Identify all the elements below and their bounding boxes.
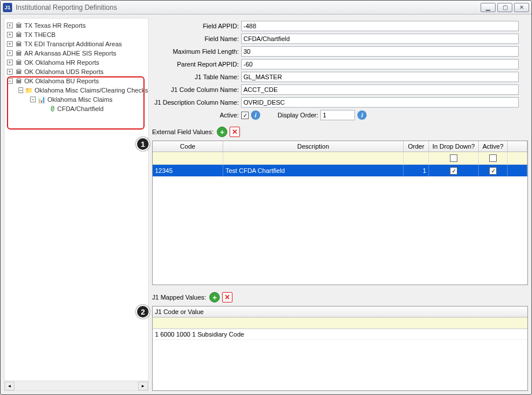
tree-label: TX THECB: [24, 31, 56, 38]
tree-label: OK Oklahoma UDS Reports: [24, 68, 104, 75]
tree-label: AR Arkansas ADHE SIS Reports: [24, 50, 116, 57]
col-spacer: [508, 141, 527, 152]
tree-item[interactable]: −🏛OK Oklahoma BU Reports: [5, 76, 148, 86]
tree-pane: +🏛TX Texas HR Reports +🏛TX THECB +🏛TX ED…: [4, 18, 149, 391]
delete-mapped-value-button[interactable]: ✕: [222, 292, 232, 302]
close-button[interactable]: ✕: [514, 3, 529, 12]
field-appid-label: Field APPID:: [152, 23, 241, 29]
expand-icon[interactable]: +: [7, 50, 13, 56]
app-window: J1 Institutional Reporting Definitions ▁…: [0, 0, 532, 395]
external-values-header: External Field Values: + ✕: [152, 125, 528, 138]
expand-icon[interactable]: +: [7, 60, 13, 65]
external-values-label: External Field Values:: [152, 128, 213, 135]
mapped-values-grid[interactable]: J1 Code or Value 1 6000 1000 1 Subsidiar…: [152, 306, 528, 391]
col-description[interactable]: Description: [223, 141, 404, 152]
table-row[interactable]: 12345 Test CFDA Chartfield 1: [153, 165, 527, 176]
window-title: Institutional Reporting Definitions: [16, 3, 117, 12]
tree-label: Oklahoma Misc Claims/Clearing Checks: [35, 87, 148, 94]
active-label: Active:: [152, 112, 241, 119]
cell-code: 12345: [153, 165, 223, 176]
max-length-input[interactable]: [241, 46, 519, 57]
collapse-icon[interactable]: −: [19, 87, 23, 93]
callout-1: 1: [136, 137, 150, 151]
mapped-row[interactable]: 1 6000 1000 1 Subsidiary Code: [153, 329, 527, 340]
expand-icon[interactable]: +: [7, 23, 13, 28]
grid-filter-row[interactable]: [153, 152, 527, 165]
tree-label: CFDA/Chartfield: [57, 105, 104, 112]
external-values-grid[interactable]: Code Description Order In Drop Down? Act…: [152, 141, 528, 285]
mapped-values-label: J1 Mapped Values:: [152, 294, 206, 301]
mapped-values-header: J1 Mapped Values: + ✕: [152, 291, 528, 304]
display-order-input[interactable]: [320, 110, 355, 120]
tree-item[interactable]: +🏛OK Oklahoma UDS Reports: [5, 67, 148, 76]
table-name-input[interactable]: [241, 72, 519, 82]
scroll-track[interactable]: [14, 382, 138, 390]
tree-item[interactable]: +🏛OK Oklahoma HR Reports: [5, 58, 148, 67]
col-active[interactable]: Active?: [479, 141, 508, 152]
tree-item[interactable]: +🏛TX THECB: [5, 30, 148, 39]
minimize-button[interactable]: ▁: [481, 3, 496, 12]
titlebar: J1 Institutional Reporting Definitions ▁…: [1, 1, 531, 14]
desc-column-input[interactable]: [241, 97, 519, 108]
parent-appid-label: Parent Report APPID:: [152, 61, 241, 68]
delete-external-value-button[interactable]: ✕: [230, 127, 240, 137]
info-icon[interactable]: i: [251, 110, 260, 120]
detail-pane: Field APPID: Field Name: Maximum Field L…: [152, 18, 528, 391]
building-icon: 🏛: [14, 40, 23, 47]
scroll-right-button[interactable]: ▸: [138, 382, 148, 390]
tree-item[interactable]: +🏛AR Arkansas ADHE SIS Reports: [5, 49, 148, 58]
chart-icon: 📊: [38, 96, 46, 104]
field-name-label: Field Name:: [152, 35, 241, 42]
tree-label: TX EDI Transcript Additional Areas: [24, 40, 122, 47]
field-name-input[interactable]: [241, 34, 519, 44]
add-mapped-value-button[interactable]: +: [209, 292, 220, 302]
tree-label: OK Oklahoma HR Reports: [24, 59, 99, 66]
filter-active-checkbox[interactable]: [489, 154, 497, 162]
col-in-dropdown[interactable]: In Drop Down?: [429, 141, 479, 152]
parent-appid-input[interactable]: [241, 59, 519, 69]
tree-label: TX Texas HR Reports: [24, 22, 86, 29]
field-appid-input[interactable]: [241, 21, 519, 31]
active-checkbox[interactable]: [241, 112, 249, 119]
code-column-label: J1 Code Column Name:: [152, 86, 241, 93]
tree-item[interactable]: −📊Oklahoma Misc Claims: [5, 95, 148, 104]
expand-icon[interactable]: +: [7, 32, 13, 38]
maximize-button[interactable]: ▢: [497, 3, 512, 12]
mapped-col-header[interactable]: J1 Code or Value: [153, 307, 527, 318]
max-length-label: Maximum Field Length:: [152, 48, 241, 55]
tree-label: OK Oklahoma BU Reports: [24, 77, 99, 84]
building-icon: 🏛: [14, 77, 23, 84]
tree-item-selected[interactable]: 🛢CFDA/Chartfield: [5, 104, 148, 113]
tree-item[interactable]: −📁Oklahoma Misc Claims/Clearing Checks: [5, 86, 148, 95]
building-icon: 🏛: [14, 50, 23, 57]
filter-dropdown-checkbox[interactable]: [450, 154, 457, 162]
tree-horizontal-scrollbar[interactable]: ◂ ▸: [5, 381, 148, 390]
collapse-icon[interactable]: −: [30, 97, 36, 102]
database-icon: 🛢: [49, 105, 56, 112]
add-external-value-button[interactable]: +: [217, 127, 227, 137]
callout-2: 2: [136, 305, 150, 319]
table-name-label: J1 Table Name:: [152, 73, 241, 80]
info-icon[interactable]: i: [357, 110, 367, 120]
report-tree[interactable]: +🏛TX Texas HR Reports +🏛TX THECB +🏛TX ED…: [5, 19, 148, 381]
expand-icon[interactable]: +: [7, 41, 13, 47]
code-column-input[interactable]: [241, 84, 519, 95]
scroll-left-button[interactable]: ◂: [5, 382, 14, 390]
display-order-label: Display Order:: [278, 112, 318, 119]
collapse-icon[interactable]: −: [7, 78, 13, 84]
tree-label: Oklahoma Misc Claims: [47, 96, 112, 103]
cell-active-checkbox[interactable]: [489, 167, 497, 175]
building-icon: 🏛: [14, 31, 23, 38]
tree-item[interactable]: +🏛TX Texas HR Reports: [5, 21, 148, 30]
expand-icon[interactable]: +: [7, 69, 13, 75]
folder-icon: 📁: [25, 87, 33, 94]
field-form: Field APPID: Field Name: Maximum Field L…: [152, 18, 528, 123]
building-icon: 🏛: [14, 59, 23, 66]
tree-item[interactable]: +🏛TX EDI Transcript Additional Areas: [5, 39, 148, 49]
app-logo: J1: [3, 3, 12, 12]
cell-desc: Test CFDA Chartfield: [223, 165, 404, 176]
col-code[interactable]: Code: [153, 141, 223, 152]
col-order[interactable]: Order: [404, 141, 429, 152]
mapped-filter-row[interactable]: [153, 318, 527, 329]
cell-dropdown-checkbox[interactable]: [450, 167, 457, 175]
